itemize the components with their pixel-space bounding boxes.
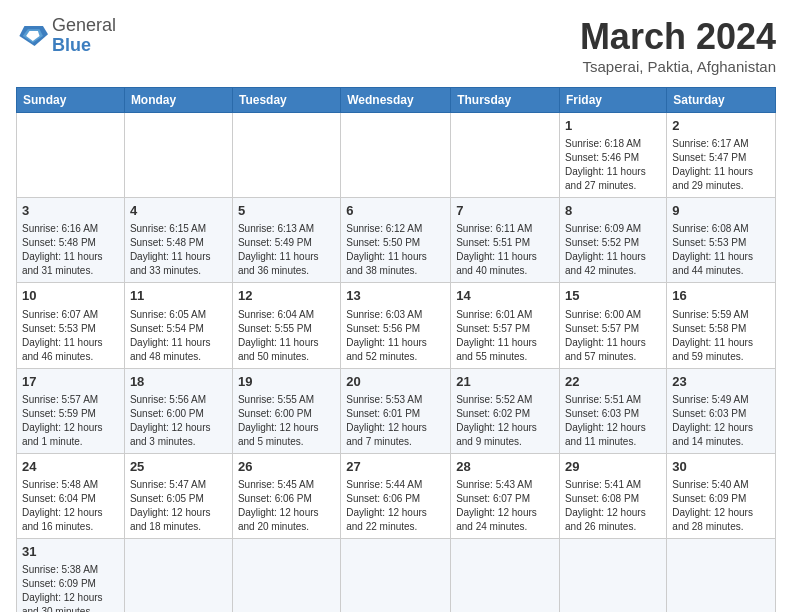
day-cell — [232, 538, 340, 612]
day-number: 20 — [346, 373, 445, 391]
day-cell: 17Sunrise: 5:57 AM Sunset: 5:59 PM Dayli… — [17, 368, 125, 453]
day-info: Sunrise: 6:04 AM Sunset: 5:55 PM Dayligh… — [238, 308, 335, 364]
day-info: Sunrise: 6:17 AM Sunset: 5:47 PM Dayligh… — [672, 137, 770, 193]
day-info: Sunrise: 5:44 AM Sunset: 6:06 PM Dayligh… — [346, 478, 445, 534]
header-cell-friday: Friday — [560, 88, 667, 113]
day-number: 23 — [672, 373, 770, 391]
day-cell: 10Sunrise: 6:07 AM Sunset: 5:53 PM Dayli… — [17, 283, 125, 368]
day-info: Sunrise: 6:18 AM Sunset: 5:46 PM Dayligh… — [565, 137, 661, 193]
day-cell: 19Sunrise: 5:55 AM Sunset: 6:00 PM Dayli… — [232, 368, 340, 453]
header-cell-monday: Monday — [124, 88, 232, 113]
day-number: 14 — [456, 287, 554, 305]
calendar-title: March 2024 — [580, 16, 776, 58]
day-number: 30 — [672, 458, 770, 476]
day-cell — [124, 538, 232, 612]
week-row-5: 24Sunrise: 5:48 AM Sunset: 6:04 PM Dayli… — [17, 453, 776, 538]
day-info: Sunrise: 5:40 AM Sunset: 6:09 PM Dayligh… — [672, 478, 770, 534]
day-cell — [560, 538, 667, 612]
calendar-table: SundayMondayTuesdayWednesdayThursdayFrid… — [16, 87, 776, 612]
calendar-subtitle: Tsaperai, Paktia, Afghanistan — [580, 58, 776, 75]
day-cell: 16Sunrise: 5:59 AM Sunset: 5:58 PM Dayli… — [667, 283, 776, 368]
day-info: Sunrise: 5:49 AM Sunset: 6:03 PM Dayligh… — [672, 393, 770, 449]
day-info: Sunrise: 5:43 AM Sunset: 6:07 PM Dayligh… — [456, 478, 554, 534]
day-cell: 20Sunrise: 5:53 AM Sunset: 6:01 PM Dayli… — [341, 368, 451, 453]
day-cell: 24Sunrise: 5:48 AM Sunset: 6:04 PM Dayli… — [17, 453, 125, 538]
day-info: Sunrise: 5:47 AM Sunset: 6:05 PM Dayligh… — [130, 478, 227, 534]
day-info: Sunrise: 5:59 AM Sunset: 5:58 PM Dayligh… — [672, 308, 770, 364]
day-cell — [451, 538, 560, 612]
logo-blue: Blue — [52, 36, 116, 56]
day-cell: 30Sunrise: 5:40 AM Sunset: 6:09 PM Dayli… — [667, 453, 776, 538]
day-info: Sunrise: 5:51 AM Sunset: 6:03 PM Dayligh… — [565, 393, 661, 449]
day-cell: 7Sunrise: 6:11 AM Sunset: 5:51 PM Daylig… — [451, 198, 560, 283]
day-info: Sunrise: 6:03 AM Sunset: 5:56 PM Dayligh… — [346, 308, 445, 364]
day-number: 6 — [346, 202, 445, 220]
header-cell-wednesday: Wednesday — [341, 88, 451, 113]
day-number: 8 — [565, 202, 661, 220]
day-cell: 25Sunrise: 5:47 AM Sunset: 6:05 PM Dayli… — [124, 453, 232, 538]
day-cell: 26Sunrise: 5:45 AM Sunset: 6:06 PM Dayli… — [232, 453, 340, 538]
day-cell: 4Sunrise: 6:15 AM Sunset: 5:48 PM Daylig… — [124, 198, 232, 283]
logo: General Blue — [16, 16, 116, 56]
day-number: 26 — [238, 458, 335, 476]
day-cell: 9Sunrise: 6:08 AM Sunset: 5:53 PM Daylig… — [667, 198, 776, 283]
day-cell: 11Sunrise: 6:05 AM Sunset: 5:54 PM Dayli… — [124, 283, 232, 368]
day-number: 1 — [565, 117, 661, 135]
day-info: Sunrise: 5:41 AM Sunset: 6:08 PM Dayligh… — [565, 478, 661, 534]
calendar-body: 1Sunrise: 6:18 AM Sunset: 5:46 PM Daylig… — [17, 113, 776, 613]
title-section: March 2024 Tsaperai, Paktia, Afghanistan — [580, 16, 776, 75]
day-cell: 14Sunrise: 6:01 AM Sunset: 5:57 PM Dayli… — [451, 283, 560, 368]
day-info: Sunrise: 6:16 AM Sunset: 5:48 PM Dayligh… — [22, 222, 119, 278]
day-cell — [17, 113, 125, 198]
day-cell: 18Sunrise: 5:56 AM Sunset: 6:00 PM Dayli… — [124, 368, 232, 453]
day-number: 16 — [672, 287, 770, 305]
day-number: 2 — [672, 117, 770, 135]
header-row: SundayMondayTuesdayWednesdayThursdayFrid… — [17, 88, 776, 113]
day-number: 15 — [565, 287, 661, 305]
day-number: 4 — [130, 202, 227, 220]
day-cell: 21Sunrise: 5:52 AM Sunset: 6:02 PM Dayli… — [451, 368, 560, 453]
logo-general: General — [52, 16, 116, 36]
day-number: 3 — [22, 202, 119, 220]
day-number: 18 — [130, 373, 227, 391]
week-row-2: 3Sunrise: 6:16 AM Sunset: 5:48 PM Daylig… — [17, 198, 776, 283]
day-info: Sunrise: 6:01 AM Sunset: 5:57 PM Dayligh… — [456, 308, 554, 364]
day-info: Sunrise: 6:05 AM Sunset: 5:54 PM Dayligh… — [130, 308, 227, 364]
day-cell: 1Sunrise: 6:18 AM Sunset: 5:46 PM Daylig… — [560, 113, 667, 198]
logo-icon — [16, 22, 48, 50]
day-info: Sunrise: 6:07 AM Sunset: 5:53 PM Dayligh… — [22, 308, 119, 364]
day-cell — [124, 113, 232, 198]
day-cell — [667, 538, 776, 612]
day-number: 19 — [238, 373, 335, 391]
week-row-3: 10Sunrise: 6:07 AM Sunset: 5:53 PM Dayli… — [17, 283, 776, 368]
day-number: 22 — [565, 373, 661, 391]
day-number: 12 — [238, 287, 335, 305]
calendar-header: SundayMondayTuesdayWednesdayThursdayFrid… — [17, 88, 776, 113]
day-info: Sunrise: 6:15 AM Sunset: 5:48 PM Dayligh… — [130, 222, 227, 278]
day-cell: 2Sunrise: 6:17 AM Sunset: 5:47 PM Daylig… — [667, 113, 776, 198]
day-cell: 13Sunrise: 6:03 AM Sunset: 5:56 PM Dayli… — [341, 283, 451, 368]
week-row-4: 17Sunrise: 5:57 AM Sunset: 5:59 PM Dayli… — [17, 368, 776, 453]
day-cell: 5Sunrise: 6:13 AM Sunset: 5:49 PM Daylig… — [232, 198, 340, 283]
day-cell: 3Sunrise: 6:16 AM Sunset: 5:48 PM Daylig… — [17, 198, 125, 283]
day-number: 28 — [456, 458, 554, 476]
day-info: Sunrise: 6:08 AM Sunset: 5:53 PM Dayligh… — [672, 222, 770, 278]
day-number: 24 — [22, 458, 119, 476]
day-info: Sunrise: 6:09 AM Sunset: 5:52 PM Dayligh… — [565, 222, 661, 278]
day-number: 13 — [346, 287, 445, 305]
day-cell — [341, 113, 451, 198]
day-cell — [232, 113, 340, 198]
day-number: 7 — [456, 202, 554, 220]
day-number: 5 — [238, 202, 335, 220]
day-info: Sunrise: 5:38 AM Sunset: 6:09 PM Dayligh… — [22, 563, 119, 612]
day-cell: 31Sunrise: 5:38 AM Sunset: 6:09 PM Dayli… — [17, 538, 125, 612]
day-number: 27 — [346, 458, 445, 476]
day-info: Sunrise: 5:45 AM Sunset: 6:06 PM Dayligh… — [238, 478, 335, 534]
day-number: 11 — [130, 287, 227, 305]
day-cell: 15Sunrise: 6:00 AM Sunset: 5:57 PM Dayli… — [560, 283, 667, 368]
day-info: Sunrise: 5:56 AM Sunset: 6:00 PM Dayligh… — [130, 393, 227, 449]
day-number: 25 — [130, 458, 227, 476]
day-info: Sunrise: 6:11 AM Sunset: 5:51 PM Dayligh… — [456, 222, 554, 278]
week-row-6: 31Sunrise: 5:38 AM Sunset: 6:09 PM Dayli… — [17, 538, 776, 612]
day-cell: 27Sunrise: 5:44 AM Sunset: 6:06 PM Dayli… — [341, 453, 451, 538]
